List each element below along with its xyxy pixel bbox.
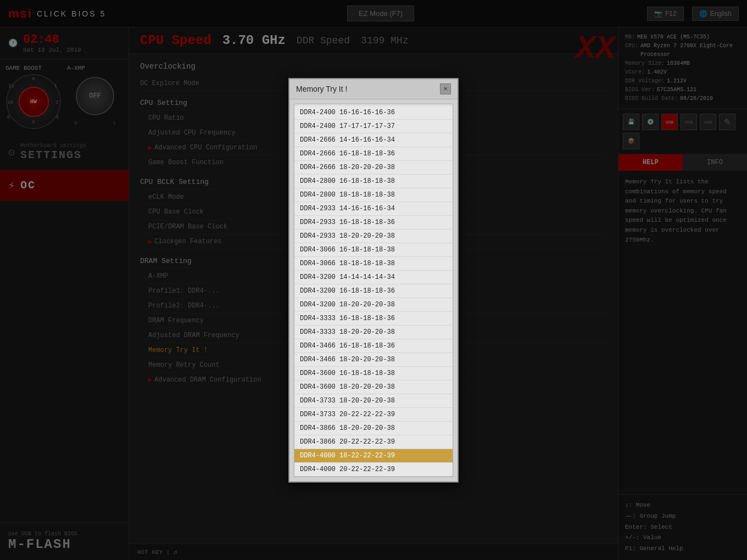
memory-list-item[interactable]: DDR4-2933 16-18-18-18-36	[294, 216, 453, 229]
modal-body: DDR4-2400 14-16-16-16-36DDR4-2400 16-16-…	[289, 99, 458, 481]
modal-title: Memory Try It !	[296, 85, 347, 93]
memory-list-item[interactable]: DDR4-3066 16-18-18-18-38	[294, 243, 453, 257]
modal-close-button[interactable]: ✕	[440, 83, 451, 94]
memory-list-item[interactable]: DDR4-3466 18-20-20-20-38	[294, 353, 453, 367]
memory-list-item[interactable]: DDR4-3200 16-18-18-18-36	[294, 284, 453, 298]
memory-list-item[interactable]: DDR4-3200 18-20-20-20-38	[294, 298, 453, 312]
memory-list-item[interactable]: DDR4-2800 16-18-18-18-38	[294, 175, 453, 188]
memory-list-item[interactable]: DDR4-2933 14-16-16-16-34	[294, 202, 453, 216]
memory-list-item[interactable]: DDR4-3200 14-14-14-14-34	[294, 271, 453, 284]
memory-list-item[interactable]: DDR4-3733 20-22-22-22-39	[294, 408, 453, 422]
memory-list-item[interactable]: DDR4-2933 18-20-20-20-38	[294, 229, 453, 243]
memory-list-item[interactable]: DDR4-3866 20-22-22-22-39	[294, 435, 453, 449]
memory-list-item[interactable]: DDR4-2800 18-18-18-18-38	[294, 188, 453, 202]
memory-list-item[interactable]: DDR4-4000 20-22-22-22-39	[294, 463, 453, 477]
memory-list-item[interactable]: DDR4-2666 14-16-16-16-34	[294, 133, 453, 147]
memory-list-item[interactable]: DDR4-3466 16-18-18-18-36	[294, 339, 453, 353]
memory-list-item[interactable]: DDR4-3866 18-20-20-20-38	[294, 422, 453, 435]
memory-list-item[interactable]: DDR4-3333 18-20-20-20-38	[294, 326, 453, 339]
memory-list-item[interactable]: DDR4-3733 18-20-20-20-38	[294, 394, 453, 408]
memory-list-item[interactable]: DDR4-3600 16-18-18-18-38	[294, 367, 453, 380]
memory-list[interactable]: DDR4-2400 14-16-16-16-36DDR4-2400 16-16-…	[294, 104, 453, 477]
modal-header: Memory Try It ! ✕	[289, 79, 458, 99]
memory-list-item[interactable]: DDR4-2400 16-16-16-16-36	[294, 106, 453, 120]
memory-list-item[interactable]: DDR4-4000 18-22-22-22-39	[294, 449, 453, 463]
memory-list-item[interactable]: DDR4-2400 17-17-17-17-37	[294, 120, 453, 133]
memory-try-dialog: Memory Try It ! ✕ DDR4-2400 14-16-16-16-…	[288, 78, 459, 483]
memory-list-item[interactable]: DDR4-2666 16-18-18-18-36	[294, 147, 453, 161]
modal-overlay: Memory Try It ! ✕ DDR4-2400 14-16-16-16-…	[0, 0, 747, 560]
memory-list-item[interactable]: DDR4-3600 18-20-20-20-38	[294, 380, 453, 394]
memory-list-item[interactable]: DDR4-3066 18-18-18-18-38	[294, 257, 453, 271]
memory-list-item[interactable]: DDR4-3333 16-18-18-18-36	[294, 312, 453, 326]
memory-list-item[interactable]: DDR4-2666 18-20-20-20-38	[294, 161, 453, 175]
